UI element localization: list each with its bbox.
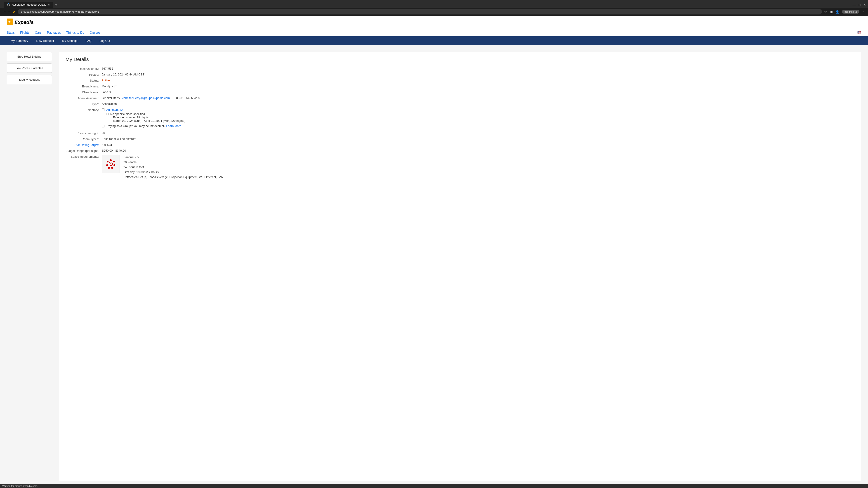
posted-row: Posted: January 16, 2024 02:44 AM CST bbox=[66, 73, 855, 76]
tax-exempt-text: Paying as a Group? You may be tax exempt… bbox=[107, 124, 165, 128]
svg-point-6 bbox=[111, 167, 113, 169]
window-action-controls: — □ × bbox=[852, 3, 866, 6]
svg-text:✈: ✈ bbox=[8, 20, 11, 24]
star-rating-row: Star Rating Target: 4-5 Star bbox=[66, 143, 855, 147]
svg-point-8 bbox=[106, 164, 108, 166]
space-req-row: Space Requirements: bbox=[66, 155, 855, 180]
reservation-id-label: Reservation ID: bbox=[66, 67, 102, 70]
nav-stays[interactable]: Stays bbox=[7, 31, 15, 34]
nav-cruises[interactable]: Cruises bbox=[90, 31, 100, 34]
room-types-value: Each room will be different bbox=[102, 137, 136, 140]
tax-exempt-checkbox[interactable] bbox=[102, 125, 104, 127]
reservation-id-row: Reservation ID: 7674556 bbox=[66, 67, 855, 70]
no-specific-checkbox[interactable] bbox=[106, 113, 108, 115]
svg-point-4 bbox=[113, 161, 115, 162]
sidebar-toggle-icon[interactable]: ▣ bbox=[830, 10, 833, 13]
svg-point-5 bbox=[114, 164, 115, 166]
itinerary-row: Itinerary: Arlington, TX No specific pla… bbox=[66, 108, 855, 129]
no-specific-edit-icon[interactable] bbox=[147, 113, 149, 115]
low-price-guarantee-button[interactable]: Low Price Guarantee bbox=[7, 64, 52, 73]
forward-btn[interactable]: → bbox=[8, 10, 11, 14]
itinerary-checkbox[interactable] bbox=[102, 108, 104, 111]
space-sqft: 240 square feet bbox=[123, 165, 223, 170]
room-types-label: Room Types: bbox=[66, 137, 102, 141]
active-tab[interactable]: Reservation Request Details ✕ bbox=[4, 2, 53, 8]
close-btn[interactable]: × bbox=[864, 3, 866, 6]
browser-chrome: Reservation Request Details ✕ + — □ × bbox=[0, 0, 868, 8]
flag-icon: 🇺🇸 bbox=[857, 31, 861, 34]
sub-nav-faq[interactable]: FAQ bbox=[82, 36, 96, 45]
tab-loading-icon bbox=[7, 3, 10, 6]
itinerary-location-link[interactable]: Arlington, TX bbox=[106, 108, 123, 111]
nav-things-to-do[interactable]: Things to Do bbox=[66, 31, 84, 34]
new-tab-btn[interactable]: + bbox=[53, 2, 59, 8]
sub-nav-new-request[interactable]: New Request bbox=[32, 36, 58, 45]
space-req-label: Space Requirements: bbox=[66, 155, 102, 158]
type-value: Association bbox=[102, 102, 117, 105]
rooms-label: Rooms per night: bbox=[66, 131, 102, 135]
details-title: My Details bbox=[66, 57, 855, 62]
sub-nav: My Summary New Request My Settings FAQ L… bbox=[0, 36, 868, 45]
event-name-edit-icon[interactable] bbox=[115, 85, 117, 88]
page-header: ✈ Expedia bbox=[0, 16, 868, 29]
space-req-block: Banquet - 5' 20 People 240 square feet F… bbox=[102, 155, 223, 180]
client-name-value: Jane S bbox=[102, 90, 111, 94]
reload-btn[interactable]: ✕ bbox=[13, 10, 16, 14]
svg-point-9 bbox=[107, 161, 108, 162]
budget-value: $250.00 - $340.00 bbox=[102, 149, 126, 152]
agent-value: Jennifer Berry Jennifer.Berry@groups.exp… bbox=[102, 96, 200, 100]
star-rating-label-link[interactable]: Star Rating Target: bbox=[74, 143, 99, 147]
url-text: groups.expedia.com/Group/Req.htm?gid=767… bbox=[21, 10, 99, 13]
itinerary-value: Arlington, TX No specific place specifie… bbox=[102, 108, 185, 129]
status-bar: Waiting for groups.expedia.com... bbox=[0, 484, 868, 488]
nav-links: Stays Flights Cars Packages Things to Do… bbox=[0, 29, 868, 36]
modify-request-button[interactable]: Modify Request bbox=[7, 75, 52, 84]
profile-icon[interactable]: 👤 bbox=[835, 10, 839, 13]
stop-hotel-bidding-button[interactable]: Stop Hotel Bidding bbox=[7, 52, 52, 61]
svg-point-3 bbox=[110, 159, 112, 161]
posted-label: Posted: bbox=[66, 73, 102, 76]
nav-cars[interactable]: Cars bbox=[35, 31, 41, 34]
space-amenities: Coffee/Tea Setup, Food/Beverage, Project… bbox=[123, 175, 223, 180]
rooms-value: 20 bbox=[102, 131, 105, 135]
agent-row: Agent Assigned: Jennifer Berry Jennifer.… bbox=[66, 96, 855, 100]
dates-text: March 03, 2024 (Sun) - April 01, 2024 (M… bbox=[113, 119, 185, 123]
details-panel: My Details Reservation ID: 7674556 Poste… bbox=[59, 52, 861, 481]
more-options-icon[interactable]: ⋮ bbox=[862, 10, 865, 13]
room-types-row: Room Types: Each room will be different bbox=[66, 137, 855, 141]
tab-bar: Reservation Request Details ✕ + bbox=[4, 2, 850, 8]
status-value: Active bbox=[102, 78, 110, 82]
budget-row: Budget Range (per night): $250.00 - $340… bbox=[66, 149, 855, 153]
tax-exempt-row: Paying as a Group? You may be tax exempt… bbox=[102, 124, 185, 128]
url-bar[interactable]: groups.expedia.com/Group/Req.htm?gid=767… bbox=[18, 9, 822, 14]
type-label: Type: bbox=[66, 102, 102, 106]
tab-close-btn[interactable]: ✕ bbox=[48, 4, 50, 6]
svg-point-7 bbox=[108, 167, 110, 169]
sidebar: Stop Hotel Bidding Low Price Guarantee M… bbox=[7, 52, 52, 481]
nav-flights[interactable]: Flights bbox=[20, 31, 29, 34]
event-name-row: Event Name: Moodjoy bbox=[66, 85, 855, 88]
status-label: Status: bbox=[66, 78, 102, 82]
sub-nav-log-out[interactable]: Log Out bbox=[96, 36, 114, 45]
agent-email-link[interactable]: Jennifer.Berry@groups.expedia.com bbox=[122, 96, 170, 100]
budget-label: Budget Range (per night): bbox=[66, 149, 102, 153]
nav-buttons: ← → ✕ bbox=[3, 10, 16, 14]
minimize-btn[interactable]: — bbox=[852, 3, 856, 6]
sub-nav-my-summary[interactable]: My Summary bbox=[7, 36, 32, 45]
back-btn[interactable]: ← bbox=[3, 10, 6, 14]
star-rating-label: Star Rating Target: bbox=[66, 143, 102, 147]
banquet-icon bbox=[102, 155, 120, 173]
main-content: Stop Hotel Bidding Low Price Guarantee M… bbox=[0, 45, 868, 488]
incognito-badge: Incognito (2) bbox=[842, 10, 860, 13]
space-day: First day: 10:00AM 2 hours bbox=[123, 170, 223, 175]
logo-text: Expedia bbox=[14, 20, 33, 25]
maximize-btn[interactable]: □ bbox=[859, 3, 861, 6]
event-name-label: Event Name: bbox=[66, 85, 102, 88]
address-bar: ← → ✕ groups.expedia.com/Group/Req.htm?g… bbox=[0, 8, 868, 16]
bookmark-icon[interactable]: ☆ bbox=[824, 10, 827, 13]
type-row: Type: Association bbox=[66, 102, 855, 106]
client-name-label: Client Name: bbox=[66, 90, 102, 94]
sub-nav-my-settings[interactable]: My Settings bbox=[58, 36, 82, 45]
nav-packages[interactable]: Packages bbox=[47, 31, 61, 34]
learn-more-link[interactable]: Learn More bbox=[166, 124, 181, 128]
